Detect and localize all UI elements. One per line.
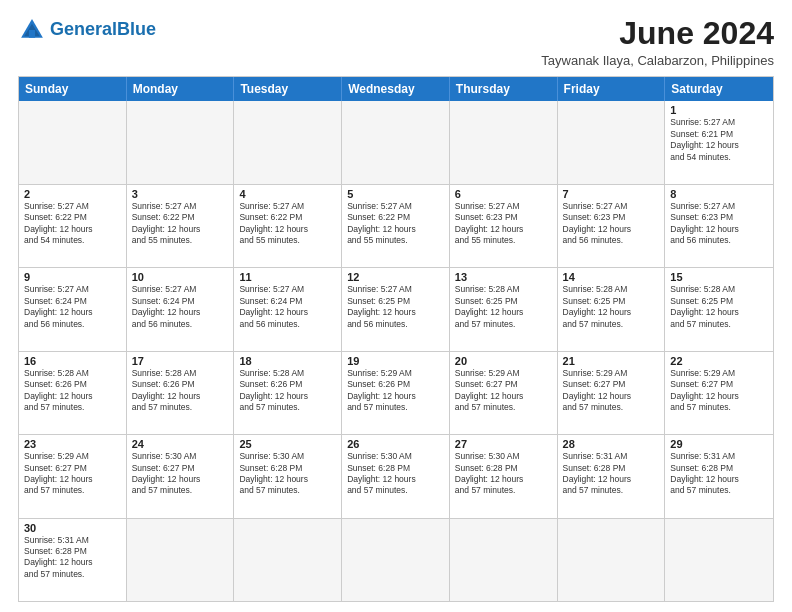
calendar-cell-day-5: 5Sunrise: 5:27 AM Sunset: 6:22 PM Daylig… <box>342 185 450 267</box>
day-number: 15 <box>670 271 768 283</box>
day-number: 9 <box>24 271 121 283</box>
day-number: 29 <box>670 438 768 450</box>
day-info: Sunrise: 5:27 AM Sunset: 6:23 PM Dayligh… <box>455 201 552 247</box>
day-info: Sunrise: 5:29 AM Sunset: 6:27 PM Dayligh… <box>670 368 768 414</box>
calendar-cell-day-10: 10Sunrise: 5:27 AM Sunset: 6:24 PM Dayli… <box>127 268 235 350</box>
page: GeneralBlue June 2024 Taywanak Ilaya, Ca… <box>0 0 792 612</box>
weekday-header-sunday: Sunday <box>19 77 127 101</box>
day-info: Sunrise: 5:27 AM Sunset: 6:24 PM Dayligh… <box>24 284 121 330</box>
calendar-cell-day-2: 2Sunrise: 5:27 AM Sunset: 6:22 PM Daylig… <box>19 185 127 267</box>
day-number: 28 <box>563 438 660 450</box>
calendar-cell-empty <box>342 519 450 601</box>
day-info: Sunrise: 5:30 AM Sunset: 6:27 PM Dayligh… <box>132 451 229 497</box>
logo: GeneralBlue <box>18 16 156 44</box>
calendar-row-5: 30Sunrise: 5:31 AM Sunset: 6:28 PM Dayli… <box>19 518 773 601</box>
day-info: Sunrise: 5:31 AM Sunset: 6:28 PM Dayligh… <box>24 535 121 581</box>
logo-blue-colored: Blue <box>117 19 156 39</box>
day-info: Sunrise: 5:27 AM Sunset: 6:22 PM Dayligh… <box>24 201 121 247</box>
weekday-header-tuesday: Tuesday <box>234 77 342 101</box>
calendar-cell-empty <box>665 519 773 601</box>
month-year: June 2024 <box>541 16 774 51</box>
day-info: Sunrise: 5:27 AM Sunset: 6:22 PM Dayligh… <box>132 201 229 247</box>
calendar-cell-day-13: 13Sunrise: 5:28 AM Sunset: 6:25 PM Dayli… <box>450 268 558 350</box>
calendar-cell-day-3: 3Sunrise: 5:27 AM Sunset: 6:22 PM Daylig… <box>127 185 235 267</box>
day-number: 1 <box>670 104 768 116</box>
calendar-cell-day-25: 25Sunrise: 5:30 AM Sunset: 6:28 PM Dayli… <box>234 435 342 517</box>
day-number: 17 <box>132 355 229 367</box>
day-number: 21 <box>563 355 660 367</box>
day-info: Sunrise: 5:27 AM Sunset: 6:23 PM Dayligh… <box>670 201 768 247</box>
calendar-cell-day-7: 7Sunrise: 5:27 AM Sunset: 6:23 PM Daylig… <box>558 185 666 267</box>
calendar-cell-day-18: 18Sunrise: 5:28 AM Sunset: 6:26 PM Dayli… <box>234 352 342 434</box>
calendar-cell-day-29: 29Sunrise: 5:31 AM Sunset: 6:28 PM Dayli… <box>665 435 773 517</box>
day-info: Sunrise: 5:28 AM Sunset: 6:25 PM Dayligh… <box>670 284 768 330</box>
calendar-cell-day-20: 20Sunrise: 5:29 AM Sunset: 6:27 PM Dayli… <box>450 352 558 434</box>
header: GeneralBlue June 2024 Taywanak Ilaya, Ca… <box>18 16 774 68</box>
day-number: 6 <box>455 188 552 200</box>
calendar-cell-empty <box>558 519 666 601</box>
calendar-cell-day-21: 21Sunrise: 5:29 AM Sunset: 6:27 PM Dayli… <box>558 352 666 434</box>
calendar-cell-day-26: 26Sunrise: 5:30 AM Sunset: 6:28 PM Dayli… <box>342 435 450 517</box>
svg-rect-3 <box>29 30 35 38</box>
day-number: 16 <box>24 355 121 367</box>
weekday-header-saturday: Saturday <box>665 77 773 101</box>
calendar-cell-empty <box>19 101 127 183</box>
day-info: Sunrise: 5:27 AM Sunset: 6:22 PM Dayligh… <box>347 201 444 247</box>
calendar-cell-empty <box>450 101 558 183</box>
day-number: 3 <box>132 188 229 200</box>
day-info: Sunrise: 5:30 AM Sunset: 6:28 PM Dayligh… <box>455 451 552 497</box>
day-info: Sunrise: 5:27 AM Sunset: 6:22 PM Dayligh… <box>239 201 336 247</box>
day-info: Sunrise: 5:27 AM Sunset: 6:21 PM Dayligh… <box>670 117 768 163</box>
calendar-cell-day-22: 22Sunrise: 5:29 AM Sunset: 6:27 PM Dayli… <box>665 352 773 434</box>
calendar-body: 1Sunrise: 5:27 AM Sunset: 6:21 PM Daylig… <box>19 101 773 601</box>
calendar-cell-day-24: 24Sunrise: 5:30 AM Sunset: 6:27 PM Dayli… <box>127 435 235 517</box>
day-info: Sunrise: 5:27 AM Sunset: 6:23 PM Dayligh… <box>563 201 660 247</box>
calendar-cell-empty <box>342 101 450 183</box>
calendar-cell-empty <box>234 519 342 601</box>
weekday-header-friday: Friday <box>558 77 666 101</box>
calendar-cell-empty <box>234 101 342 183</box>
day-number: 5 <box>347 188 444 200</box>
generalblue-logo-icon <box>18 16 46 44</box>
calendar-cell-day-17: 17Sunrise: 5:28 AM Sunset: 6:26 PM Dayli… <box>127 352 235 434</box>
calendar-cell-day-1: 1Sunrise: 5:27 AM Sunset: 6:21 PM Daylig… <box>665 101 773 183</box>
calendar-cell-day-23: 23Sunrise: 5:29 AM Sunset: 6:27 PM Dayli… <box>19 435 127 517</box>
day-info: Sunrise: 5:29 AM Sunset: 6:26 PM Dayligh… <box>347 368 444 414</box>
calendar-cell-day-6: 6Sunrise: 5:27 AM Sunset: 6:23 PM Daylig… <box>450 185 558 267</box>
calendar-cell-empty <box>127 101 235 183</box>
weekday-header-wednesday: Wednesday <box>342 77 450 101</box>
day-number: 18 <box>239 355 336 367</box>
location: Taywanak Ilaya, Calabarzon, Philippines <box>541 53 774 68</box>
day-number: 22 <box>670 355 768 367</box>
day-info: Sunrise: 5:28 AM Sunset: 6:25 PM Dayligh… <box>563 284 660 330</box>
day-number: 27 <box>455 438 552 450</box>
calendar-cell-day-4: 4Sunrise: 5:27 AM Sunset: 6:22 PM Daylig… <box>234 185 342 267</box>
calendar-cell-day-27: 27Sunrise: 5:30 AM Sunset: 6:28 PM Dayli… <box>450 435 558 517</box>
day-info: Sunrise: 5:27 AM Sunset: 6:25 PM Dayligh… <box>347 284 444 330</box>
calendar-row-0: 1Sunrise: 5:27 AM Sunset: 6:21 PM Daylig… <box>19 101 773 183</box>
calendar-cell-empty <box>127 519 235 601</box>
day-info: Sunrise: 5:28 AM Sunset: 6:26 PM Dayligh… <box>132 368 229 414</box>
day-number: 13 <box>455 271 552 283</box>
day-number: 8 <box>670 188 768 200</box>
day-number: 30 <box>24 522 121 534</box>
calendar-cell-day-16: 16Sunrise: 5:28 AM Sunset: 6:26 PM Dayli… <box>19 352 127 434</box>
calendar-cell-day-11: 11Sunrise: 5:27 AM Sunset: 6:24 PM Dayli… <box>234 268 342 350</box>
calendar-row-4: 23Sunrise: 5:29 AM Sunset: 6:27 PM Dayli… <box>19 434 773 517</box>
logo-text: GeneralBlue <box>50 20 156 40</box>
calendar-row-3: 16Sunrise: 5:28 AM Sunset: 6:26 PM Dayli… <box>19 351 773 434</box>
day-number: 10 <box>132 271 229 283</box>
weekday-header-monday: Monday <box>127 77 235 101</box>
calendar-cell-day-28: 28Sunrise: 5:31 AM Sunset: 6:28 PM Dayli… <box>558 435 666 517</box>
day-number: 11 <box>239 271 336 283</box>
day-info: Sunrise: 5:29 AM Sunset: 6:27 PM Dayligh… <box>24 451 121 497</box>
day-info: Sunrise: 5:29 AM Sunset: 6:27 PM Dayligh… <box>563 368 660 414</box>
day-info: Sunrise: 5:30 AM Sunset: 6:28 PM Dayligh… <box>239 451 336 497</box>
logo-general: General <box>50 19 117 39</box>
day-number: 2 <box>24 188 121 200</box>
calendar-cell-day-30: 30Sunrise: 5:31 AM Sunset: 6:28 PM Dayli… <box>19 519 127 601</box>
day-number: 7 <box>563 188 660 200</box>
day-info: Sunrise: 5:29 AM Sunset: 6:27 PM Dayligh… <box>455 368 552 414</box>
day-info: Sunrise: 5:28 AM Sunset: 6:26 PM Dayligh… <box>239 368 336 414</box>
day-number: 20 <box>455 355 552 367</box>
